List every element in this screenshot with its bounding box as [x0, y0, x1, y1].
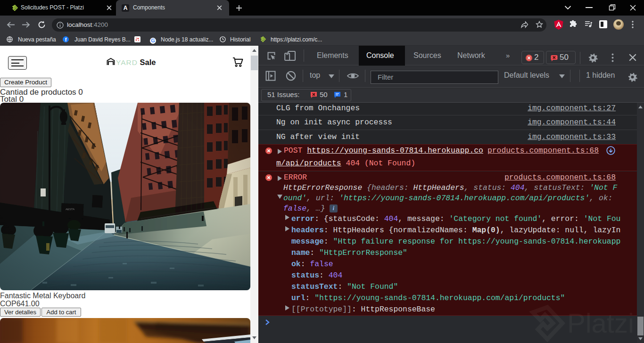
- svg-text:Platzi: Platzi: [567, 308, 634, 338]
